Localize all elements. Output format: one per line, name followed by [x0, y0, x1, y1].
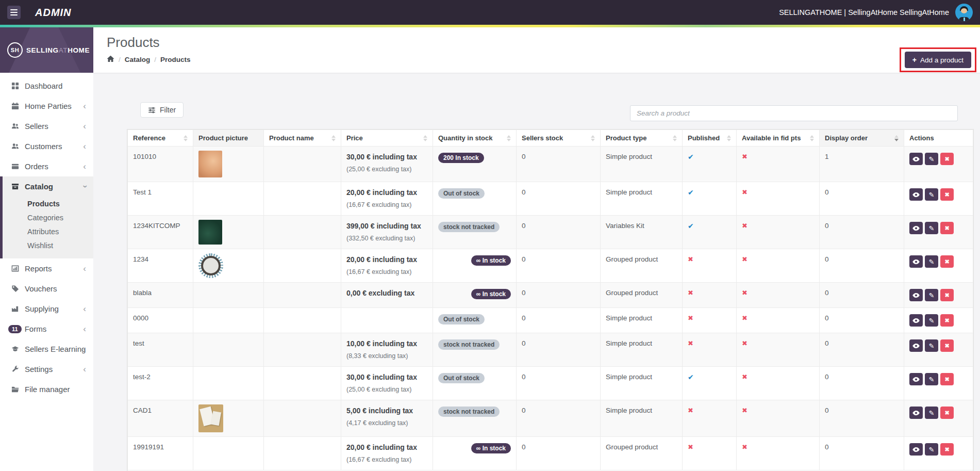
- column-header-published[interactable]: Published: [683, 130, 737, 147]
- delete-button[interactable]: ✖: [940, 373, 954, 385]
- sort-icon: [423, 135, 427, 141]
- pencil-icon: ✎: [929, 258, 935, 265]
- pencil-icon: ✎: [929, 156, 935, 163]
- table-toolbar: Filter: [93, 73, 980, 129]
- sidebar-item-sellers[interactable]: Sellers‹: [0, 116, 93, 136]
- sidebar-item-wishlist[interactable]: Wishlist: [3, 238, 93, 252]
- delete-button[interactable]: ✖: [940, 314, 954, 327]
- column-header-sellers-stock[interactable]: Sellers stock: [517, 130, 601, 147]
- column-header-available-fid[interactable]: Available in fid pts: [737, 130, 820, 147]
- view-button[interactable]: [909, 153, 923, 165]
- add-product-button[interactable]: + Add a product: [905, 52, 971, 68]
- fid-no-icon: [742, 153, 748, 160]
- pencil-icon: ✎: [929, 292, 935, 299]
- breadcrumb-catalog[interactable]: Catalog: [125, 56, 151, 63]
- stock-badge: Out of stock: [438, 373, 485, 383]
- stock-badge: stock not tracked: [438, 339, 500, 350]
- edit-button[interactable]: ✎: [925, 222, 938, 234]
- column-header-actions: Actions: [904, 130, 973, 147]
- sidebar-item-settings[interactable]: Settings‹: [0, 359, 93, 379]
- factory-icon: [11, 305, 25, 313]
- column-header-product-name[interactable]: Product name: [264, 130, 341, 147]
- sidebar-item-products[interactable]: Products: [3, 197, 93, 210]
- column-header-reference[interactable]: Reference: [128, 130, 193, 147]
- delete-button[interactable]: ✖: [940, 443, 954, 456]
- stock-badge: ∞ In stock: [471, 255, 511, 266]
- delete-button[interactable]: ✖: [940, 188, 954, 201]
- delete-button[interactable]: ✖: [940, 153, 954, 165]
- delete-button[interactable]: ✖: [940, 339, 954, 352]
- name-cell: [264, 437, 341, 470]
- fid-no-icon: [742, 339, 748, 347]
- topbar-user-text[interactable]: SELLINGATHOME | SellingAtHome SellingAtH…: [779, 8, 949, 17]
- edit-button[interactable]: ✎: [925, 373, 938, 385]
- view-button[interactable]: [909, 255, 923, 268]
- edit-button[interactable]: ✎: [925, 289, 938, 301]
- table-row: Test 1 20,00 € including tax(16,67 € exc…: [128, 182, 973, 216]
- sidebar-item-file-manager[interactable]: File manager: [0, 379, 93, 399]
- view-button[interactable]: [909, 188, 923, 201]
- table-row: 101010 30,00 € including tax(25,00 € exc…: [128, 147, 973, 182]
- sidebar-item-catalog[interactable]: Catalog‹: [3, 176, 93, 197]
- product-image: [198, 404, 223, 432]
- sidebar-item-home-parties[interactable]: Home Parties‹: [0, 96, 93, 116]
- home-icon[interactable]: [107, 55, 114, 64]
- sidebar-item-supplying[interactable]: Supplying‹: [0, 299, 93, 319]
- sidebar-item-orders[interactable]: Orders‹: [0, 156, 93, 176]
- sidebar: SH SELLINGATHOME Dashboard Home Parties‹…: [0, 27, 93, 471]
- edit-button[interactable]: ✎: [925, 314, 938, 327]
- view-button[interactable]: [909, 339, 923, 352]
- sidebar-item-sellers-elearning[interactable]: Sellers E-learning‹: [0, 339, 93, 359]
- sidebar-item-vouchers[interactable]: Vouchers: [0, 279, 93, 299]
- edit-button[interactable]: ✎: [925, 255, 938, 268]
- search-input[interactable]: [630, 105, 958, 121]
- edit-button[interactable]: ✎: [925, 153, 938, 165]
- delete-button[interactable]: ✖: [940, 407, 954, 419]
- reference-cell: 0000: [128, 308, 193, 333]
- page-header: Products / Catalog / Products + Add a pr…: [93, 27, 980, 73]
- sidebar-item-forms[interactable]: 11 Forms‹: [0, 319, 93, 339]
- reference-cell: CAD1: [128, 400, 193, 437]
- sidebar-item-dashboard[interactable]: Dashboard: [0, 76, 93, 96]
- x-icon: ✖: [944, 447, 949, 452]
- grid-icon: [11, 82, 25, 90]
- stock-badge: stock not tracked: [438, 222, 500, 232]
- edit-button[interactable]: ✎: [925, 443, 938, 456]
- stock-badge: Out of stock: [438, 188, 485, 199]
- published-no-icon: [688, 407, 693, 414]
- view-button[interactable]: [909, 407, 923, 419]
- pencil-icon: ✎: [929, 225, 935, 232]
- products-table: Reference Product picture Product name P…: [127, 129, 973, 471]
- reference-cell: blabla: [128, 283, 193, 308]
- graduation-cap-icon: [11, 345, 25, 353]
- sidebar-item-reports[interactable]: Reports‹: [0, 258, 93, 279]
- edit-button[interactable]: ✎: [925, 407, 938, 419]
- filter-button[interactable]: Filter: [140, 102, 184, 118]
- column-header-quantity[interactable]: Quantity in stock: [433, 130, 517, 147]
- edit-button[interactable]: ✎: [925, 339, 938, 352]
- sidebar-logo[interactable]: SH SELLINGATHOME: [0, 27, 93, 73]
- column-header-price[interactable]: Price: [341, 130, 433, 147]
- view-button[interactable]: [909, 222, 923, 234]
- breadcrumb-products[interactable]: Products: [160, 56, 191, 63]
- delete-button[interactable]: ✖: [940, 289, 954, 301]
- sidebar-item-attributes[interactable]: Attributes: [3, 224, 93, 238]
- view-button[interactable]: [909, 289, 923, 301]
- x-icon: ✖: [944, 192, 949, 198]
- sort-icon-active: [894, 135, 899, 141]
- sidebar-item-categories[interactable]: Categories: [3, 210, 93, 224]
- delete-button[interactable]: ✖: [940, 222, 954, 234]
- edit-button[interactable]: ✎: [925, 188, 938, 201]
- sidebar-item-customers[interactable]: Customers‹: [0, 136, 93, 156]
- view-button[interactable]: [909, 373, 923, 385]
- hamburger-menu-icon[interactable]: [7, 6, 21, 19]
- chevron-left-icon: ‹: [83, 264, 86, 273]
- view-button[interactable]: [909, 314, 923, 327]
- delete-button[interactable]: ✖: [940, 255, 954, 268]
- column-header-product-type[interactable]: Product type: [601, 130, 683, 147]
- users-icon: [11, 142, 25, 150]
- published-no-icon: [688, 255, 693, 263]
- column-header-display-order[interactable]: Display order: [820, 130, 904, 147]
- view-button[interactable]: [909, 443, 923, 456]
- user-avatar[interactable]: [955, 4, 973, 21]
